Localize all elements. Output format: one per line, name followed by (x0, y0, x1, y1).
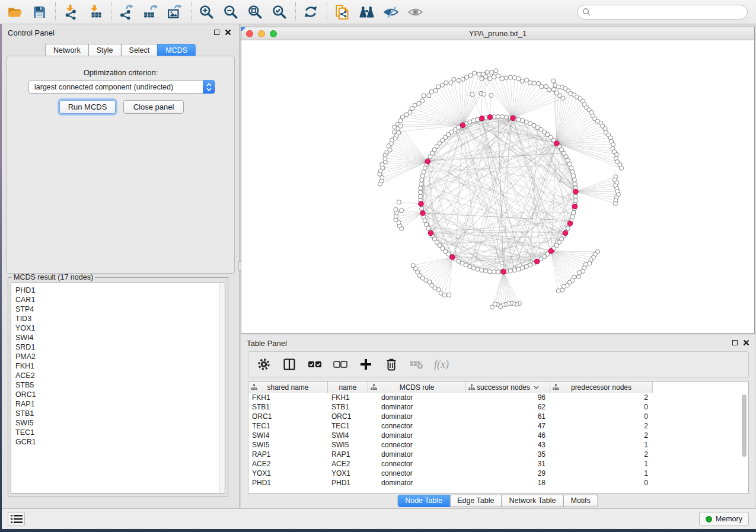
leaf-node[interactable] (433, 88, 438, 92)
leaf-node[interactable] (400, 115, 404, 119)
leaf-node[interactable] (452, 77, 456, 81)
mcds-hub-node[interactable] (567, 221, 573, 226)
zoom-selected-button[interactable] (269, 2, 289, 22)
ring-node[interactable] (504, 115, 508, 119)
ring-node[interactable] (573, 194, 578, 198)
apply-layout-button[interactable] (301, 2, 321, 22)
column-header-successor-nodes[interactable]: successor nodes (466, 382, 550, 393)
leaf-node[interactable] (556, 289, 560, 293)
column-header-mcds-role[interactable]: MCDS role (368, 382, 466, 393)
mcds-result-item[interactable]: TID3 (11, 314, 225, 323)
save-session-button[interactable] (29, 2, 49, 22)
network-canvas[interactable] (241, 40, 754, 333)
export-image-button[interactable] (165, 2, 185, 22)
ring-node[interactable] (487, 270, 492, 274)
mcds-hub-node[interactable] (554, 141, 560, 146)
task-history-button[interactable] (8, 512, 25, 526)
ring-node[interactable] (508, 269, 512, 273)
close-panel-icon[interactable] (743, 339, 749, 346)
mcds-result-item[interactable]: PMA2 (11, 352, 225, 361)
ring-node[interactable] (516, 267, 521, 271)
table-row[interactable]: TEC1TEC1connector472 (248, 421, 748, 431)
leaf-node[interactable] (398, 124, 403, 128)
leaf-node[interactable] (485, 70, 489, 74)
leaf-node[interactable] (551, 79, 556, 83)
mcds-result-item[interactable]: SWI5 (11, 418, 225, 428)
leaf-node[interactable] (490, 70, 494, 75)
new-network-from-file-button[interactable] (332, 2, 352, 22)
table-scrollbar-thumb[interactable] (742, 395, 747, 457)
mcds-result-item[interactable]: PHD1 (11, 286, 225, 295)
mcds-hub-node[interactable] (501, 269, 506, 274)
leaf-node[interactable] (500, 76, 504, 81)
leaf-node[interactable] (427, 94, 431, 98)
leaf-node[interactable] (528, 81, 532, 85)
ring-node[interactable] (572, 178, 576, 182)
leaf-node[interactable] (512, 75, 516, 79)
import-network-button[interactable] (60, 2, 81, 22)
leaf-node[interactable] (480, 76, 484, 81)
mcds-hub-node[interactable] (425, 159, 430, 164)
mcds-result-item[interactable]: TEC1 (11, 428, 225, 437)
leaf-node[interactable] (436, 85, 441, 89)
leaf-node[interactable] (532, 81, 536, 85)
mcds-result-item[interactable]: STB1 (11, 409, 225, 418)
column-header-predecessor-nodes[interactable]: predecessor nodes (550, 382, 653, 393)
ring-node[interactable] (422, 170, 426, 174)
import-table-button[interactable] (85, 2, 105, 22)
leaf-node[interactable] (615, 152, 619, 156)
export-table-button[interactable] (141, 2, 161, 22)
mcds-hub-node[interactable] (572, 204, 578, 209)
float-panel-icon[interactable] (214, 30, 219, 35)
ring-node[interactable] (476, 267, 480, 271)
mcds-hub-node[interactable] (487, 114, 493, 120)
table-row[interactable]: YOX1YOX1connector291 (248, 469, 748, 478)
column-header-shared-name[interactable]: shared name (248, 382, 328, 393)
column-header-name[interactable]: name (328, 382, 368, 393)
mcds-hub-node[interactable] (450, 255, 455, 260)
leaf-node[interactable] (490, 305, 494, 309)
optimization-criterion-select[interactable]: largest connected component (undirected) (28, 80, 215, 94)
ring-node[interactable] (419, 182, 423, 186)
leaf-node[interactable] (508, 75, 512, 79)
leaf-node[interactable] (411, 264, 415, 268)
ring-node[interactable] (572, 174, 576, 178)
leaf-node[interactable] (397, 130, 401, 134)
ring-node[interactable] (496, 114, 500, 118)
leaf-node[interactable] (420, 99, 425, 103)
zoom-out-button[interactable] (221, 2, 241, 22)
leaf-node[interactable] (489, 93, 493, 97)
leaf-node[interactable] (494, 69, 498, 73)
leaf-node[interactable] (388, 148, 392, 152)
ring-node[interactable] (573, 182, 577, 186)
leaf-node[interactable] (504, 76, 508, 80)
select-all-button[interactable] (307, 356, 323, 373)
mcds-hub-node[interactable] (548, 249, 554, 254)
tab-motifs[interactable]: Motifs (563, 495, 598, 507)
leaf-node[interactable] (413, 103, 417, 107)
leaf-node[interactable] (473, 71, 477, 75)
show-columns-button[interactable] (281, 356, 298, 373)
table-row[interactable]: STB1STB1dominator620 (248, 402, 748, 412)
mcds-result-item[interactable]: SRD1 (11, 342, 225, 352)
ring-node[interactable] (419, 186, 423, 190)
close-panel-icon[interactable] (225, 29, 231, 36)
table-row[interactable]: ACE2ACE2connector311 (248, 459, 748, 469)
table-row[interactable]: FKH1FKH1dominator962 (248, 393, 748, 402)
leaf-node[interactable] (577, 271, 581, 275)
ring-node[interactable] (423, 219, 427, 223)
leaf-node[interactable] (444, 81, 448, 85)
mcds-result-item[interactable]: SWI4 (11, 333, 225, 342)
mcds-result-item[interactable]: YOX1 (11, 323, 225, 333)
mcds-hub-node[interactable] (460, 123, 465, 128)
leaf-node[interactable] (488, 76, 492, 81)
leaf-node[interactable] (619, 166, 623, 170)
mcds-result-item[interactable]: RAP1 (11, 399, 225, 409)
leaf-node[interactable] (613, 201, 617, 206)
ring-node[interactable] (570, 170, 575, 174)
export-network-button[interactable] (116, 2, 136, 22)
ring-node[interactable] (420, 207, 424, 211)
leaf-node[interactable] (464, 75, 468, 79)
leaf-node[interactable] (611, 143, 615, 147)
mcds-hub-node[interactable] (420, 210, 426, 216)
